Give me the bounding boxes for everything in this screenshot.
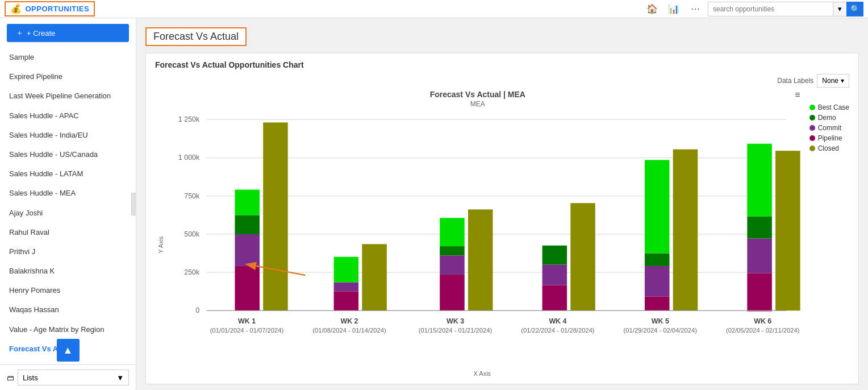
sidebar-item[interactable]: Henry Pomares (0, 281, 136, 300)
chart-area: Forecast Vs Actual | MEA MEA ≡ Y Axis (155, 90, 849, 377)
svg-text:WK 6: WK 6 (754, 317, 771, 325)
more-button[interactable]: ⋯ (686, 0, 704, 18)
svg-rect-17 (334, 292, 359, 311)
chart-title: Forecast Vs Actual | MEA (155, 90, 800, 99)
top-nav-left: 💰 OPPORTUNITIES (5, 1, 95, 16)
svg-text:WK 5: WK 5 (652, 317, 669, 325)
x-axis-label: X Axis (164, 370, 800, 377)
svg-text:0: 0 (195, 306, 199, 314)
svg-text:(01/22/2024 - 01/28/2024): (01/22/2024 - 01/28/2024) (521, 327, 595, 334)
svg-rect-29 (570, 203, 595, 310)
create-button[interactable]: ＋ + Create (7, 24, 129, 42)
top-nav-right: 🏠 📊 ⋯ ▾ 🔍 (643, 0, 863, 18)
search-input[interactable] (708, 2, 833, 16)
sidebar-item[interactable]: Sales Huddle - India/EU (0, 126, 136, 145)
legend-color-dot (809, 115, 815, 121)
lists-dropdown[interactable]: Lists ▼ (18, 370, 129, 385)
svg-rect-37 (747, 217, 772, 239)
sidebar-item[interactable]: Ajay Joshi (0, 204, 136, 223)
home-button[interactable]: 🏠 (643, 0, 661, 18)
svg-rect-15 (235, 190, 260, 215)
data-labels-value: None (822, 77, 838, 85)
sidebar-item[interactable]: Prithvi J (0, 242, 136, 262)
scroll-top-button[interactable]: ▲ (57, 339, 80, 362)
svg-rect-12 (235, 266, 260, 310)
svg-text:250k: 250k (184, 268, 200, 276)
lists-icon: 🗃 (7, 374, 14, 382)
main-content: Forecast Vs Actual Forecast Vs Actual Op… (136, 18, 868, 390)
y-axis-label: Y Axis (155, 113, 164, 377)
reports-button[interactable]: 📊 (665, 0, 683, 18)
svg-rect-27 (542, 264, 567, 285)
svg-rect-28 (542, 246, 567, 265)
svg-text:(02/05/2024 - 02/11/2024): (02/05/2024 - 02/11/2024) (726, 327, 800, 334)
chart-subtitle: MEA (155, 100, 800, 108)
chart-options-row: Data Labels None ▾ (155, 74, 849, 88)
search-container: ▾ 🔍 (708, 2, 863, 16)
chart-legend: Best CaseDemoCommitPipelineClosed (800, 90, 849, 152)
svg-rect-21 (440, 275, 465, 310)
chart-plot: 0 250k 500k 750k 1 000k 1 250k (164, 113, 800, 377)
svg-rect-39 (775, 151, 800, 310)
svg-text:(01/08/2024 - 01/14/2024): (01/08/2024 - 01/14/2024) (312, 327, 386, 334)
chart-menu-icon[interactable]: ≡ (795, 90, 800, 100)
legend-color-dot (809, 146, 815, 151)
svg-rect-24 (440, 218, 465, 246)
svg-text:WK 2: WK 2 (340, 317, 358, 325)
sidebar-item[interactable]: Sample (0, 48, 136, 67)
lists-chevron-icon: ▼ (116, 374, 124, 382)
sidebar-item[interactable]: Balakrishna K (0, 262, 136, 281)
svg-rect-19 (334, 257, 359, 283)
svg-rect-34 (673, 150, 698, 311)
legend-color-dot (809, 125, 815, 131)
svg-rect-20 (362, 244, 387, 310)
legend-label: Closed (818, 144, 839, 152)
svg-text:WK 4: WK 4 (549, 317, 566, 325)
sidebar-footer: 🗃 Lists ▼ (0, 364, 136, 390)
sidebar-item[interactable]: Sales Huddle - APAC (0, 106, 136, 126)
svg-rect-38 (747, 144, 772, 217)
sidebar-item[interactable]: Sales Huddle - MEA (0, 184, 136, 203)
svg-rect-30 (645, 296, 670, 310)
app-title: 💰 OPPORTUNITIES (5, 1, 95, 16)
create-icon: ＋ (16, 28, 23, 38)
svg-text:(01/15/2024 - 01/21/2024): (01/15/2024 - 01/21/2024) (419, 327, 493, 334)
sidebar-item[interactable]: Waqas Hassan (0, 300, 136, 320)
sidebar-item[interactable]: Rahul Raval (0, 223, 136, 242)
svg-rect-36 (747, 238, 772, 273)
svg-text:(01/01/2024 - 01/07/2024): (01/01/2024 - 01/07/2024) (210, 327, 284, 334)
chart-inner: Y Axis (155, 113, 800, 377)
sidebar-item[interactable]: Expired Pipeline (0, 67, 136, 86)
create-label: + Create (27, 29, 55, 38)
search-dropdown-button[interactable]: ▾ (833, 2, 846, 16)
chart-svg: 0 250k 500k 750k 1 000k 1 250k (164, 113, 800, 367)
data-labels-dropdown[interactable]: None ▾ (817, 74, 849, 88)
chart-card: Forecast Vs Actual Opportunities Chart D… (145, 53, 859, 384)
svg-rect-18 (334, 283, 359, 292)
legend-label: Demo (818, 114, 836, 122)
svg-text:1 250k: 1 250k (178, 115, 200, 123)
sidebar-item[interactable]: Value - Age Matrix by Region (0, 320, 136, 339)
legend-item: Demo (809, 114, 849, 122)
sidebar-item[interactable]: Sales Huddle - LATAM (0, 164, 136, 184)
svg-text:750k: 750k (184, 192, 200, 200)
legend-label: Best Case (818, 103, 849, 111)
legend-color-dot (809, 105, 815, 110)
legend-color-dot (809, 135, 815, 141)
lists-label: Lists (23, 374, 38, 382)
svg-rect-16 (263, 122, 288, 310)
sidebar-item[interactable]: Sales Huddle - US/Canada (0, 145, 136, 164)
svg-rect-32 (645, 254, 670, 266)
sidebar-collapse-button[interactable]: ‹ (131, 193, 136, 215)
search-go-button[interactable]: 🔍 (846, 2, 863, 16)
svg-text:500k: 500k (184, 230, 200, 238)
svg-rect-35 (747, 273, 772, 311)
sidebar-item[interactable]: Last Week Pipeline Generation (0, 86, 136, 106)
data-labels-chevron-icon: ▾ (841, 77, 844, 85)
legend-item: Closed (809, 144, 849, 152)
svg-rect-14 (235, 215, 260, 234)
legend-item: Best Case (809, 103, 849, 111)
legend-label: Commit (818, 124, 841, 132)
svg-rect-23 (440, 246, 465, 255)
svg-rect-26 (542, 285, 567, 311)
